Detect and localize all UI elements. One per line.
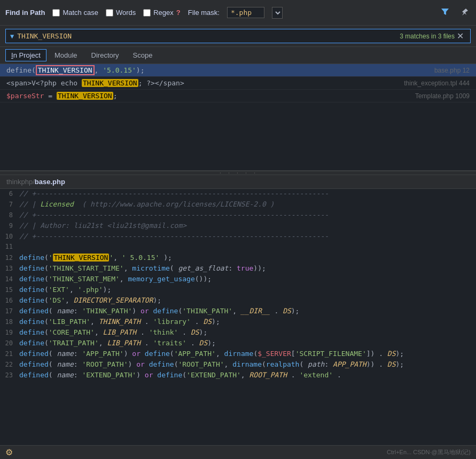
line-content: defined( name: 'EXTEND_PATH') or define(… bbox=[19, 371, 476, 379]
line-number: 18 bbox=[0, 318, 19, 326]
regex-checkbox[interactable]: Regex ? bbox=[143, 9, 181, 17]
line-number: 17 bbox=[0, 307, 19, 315]
highlight-match: THINK_VERSION bbox=[82, 79, 138, 87]
code-line: 22 defined( name: 'ROOT_PATH') or define… bbox=[0, 360, 476, 370]
result-code: $parseStr = THINK_VERSION; bbox=[6, 92, 410, 100]
file-mask-input[interactable] bbox=[227, 7, 264, 18]
status-text: Ctrl+En... CSDN·@黑马地狱(记) bbox=[387, 448, 471, 456]
code-line: 6 // +----------------------------------… bbox=[0, 189, 476, 200]
search-input-wrap: ▼ 3 matches in 3 files ✕ bbox=[5, 29, 471, 43]
results-list: define(THINK_VERSION, '5.0.15'); base.ph… bbox=[0, 64, 476, 171]
match-case-checkbox[interactable]: Match case bbox=[52, 9, 98, 17]
scope-tabs: In Project Module Directory Scope bbox=[0, 47, 476, 64]
words-label: Words bbox=[116, 9, 136, 17]
line-content: define('EXT', '.php'); bbox=[19, 286, 476, 294]
line-content: define('THINK_VERSION', ' 5.0.15' ); bbox=[19, 254, 476, 262]
line-content: define('TRAIT_PATH', LIB_PATH . 'traits'… bbox=[19, 339, 476, 347]
line-number: 11 bbox=[0, 243, 19, 250]
code-body[interactable]: 6 // +----------------------------------… bbox=[0, 189, 476, 445]
line-content: defined( name: 'THINK_PATH') or define('… bbox=[19, 307, 476, 315]
result-row[interactable]: <span>V<?php echo THINK_VERSION; ?></spa… bbox=[0, 77, 476, 90]
code-line: 21 defined( name: 'APP_PATH') or define(… bbox=[0, 349, 476, 360]
tab-module[interactable]: Module bbox=[49, 49, 83, 61]
tab-directory[interactable]: Directory bbox=[85, 49, 125, 61]
result-code: define(THINK_VERSION, '5.0.15'); bbox=[6, 66, 429, 74]
file-path: thinkphp/ bbox=[6, 178, 35, 186]
line-content: define('DS', DIRECTORY_SEPARATOR); bbox=[19, 296, 476, 304]
toolbar-title: Find in Path bbox=[5, 9, 45, 17]
line-content: define('CORE_PATH', LIB_PATH . 'think' .… bbox=[19, 328, 476, 336]
line-content: defined( name: 'ROOT_PATH') or define('R… bbox=[19, 360, 476, 368]
highlight-match: THINK_VERSION bbox=[36, 65, 95, 75]
line-number: 7 bbox=[0, 201, 19, 208]
search-input[interactable] bbox=[17, 32, 394, 40]
code-line: 9 // | Author: liu21st <liu21st@gmail.co… bbox=[0, 221, 476, 232]
pin-icon bbox=[461, 8, 469, 15]
line-content: define('LIB_PATH', THINK_PATH . 'library… bbox=[19, 318, 476, 326]
code-file-header: thinkphp/base.php bbox=[0, 175, 476, 189]
tab-in-project[interactable]: In Project bbox=[5, 49, 46, 61]
line-number: 14 bbox=[0, 275, 19, 283]
match-case-input[interactable] bbox=[52, 9, 60, 17]
line-number: 20 bbox=[0, 339, 19, 347]
result-row[interactable]: $parseStr = THINK_VERSION; Template.php … bbox=[0, 90, 476, 102]
highlight-match: THINK_VERSION bbox=[57, 92, 113, 100]
svg-marker-0 bbox=[441, 9, 449, 15]
tab-scope[interactable]: Scope bbox=[127, 49, 159, 61]
line-content: defined( name: 'APP_PATH') or define('AP… bbox=[19, 350, 476, 358]
file-mask-label: File mask: bbox=[188, 9, 220, 17]
search-bar: ▼ 3 matches in 3 files ✕ bbox=[0, 26, 476, 47]
line-number: 15 bbox=[0, 286, 19, 294]
code-line: 16 define('DS', DIRECTORY_SEPARATOR); bbox=[0, 296, 476, 306]
gear-icon[interactable]: ⚙ bbox=[5, 447, 13, 457]
code-line: 13 define('THINK_START_TIME', microtime(… bbox=[0, 264, 476, 274]
result-row[interactable]: define(THINK_VERSION, '5.0.15'); base.ph… bbox=[0, 64, 476, 77]
line-number: 8 bbox=[0, 211, 19, 219]
filter-button[interactable] bbox=[439, 6, 451, 19]
line-content: define('THINK_START_MEM', memory_get_usa… bbox=[19, 275, 476, 283]
drag-handle[interactable]: · · · · · bbox=[0, 171, 476, 175]
line-number: 13 bbox=[0, 265, 19, 272]
code-panel: thinkphp/base.php 6 // +----------------… bbox=[0, 175, 476, 445]
status-bar: ⚙ Ctrl+En... CSDN·@黑马地狱(记) bbox=[0, 445, 476, 459]
line-content: define('THINK_START_TIME', microtime( ge… bbox=[19, 264, 476, 272]
line-content: // +------------------------------------… bbox=[19, 232, 476, 240]
regex-input[interactable] bbox=[143, 9, 151, 17]
match-count: 3 matches in 3 files bbox=[400, 33, 455, 40]
pin-button[interactable] bbox=[459, 7, 471, 18]
clear-search-button[interactable]: ✕ bbox=[455, 31, 466, 41]
code-line: 14 define('THINK_START_MEM', memory_get_… bbox=[0, 274, 476, 285]
result-file: think_exception.tpl 444 bbox=[404, 80, 470, 87]
file-name: base.php bbox=[35, 178, 65, 186]
filter-icon bbox=[441, 7, 449, 16]
code-line: 10 // +---------------------------------… bbox=[0, 232, 476, 242]
line-content: // +------------------------------------… bbox=[19, 189, 476, 197]
regex-question-icon: ? bbox=[176, 9, 181, 17]
line-number: 23 bbox=[0, 371, 19, 379]
match-case-label: Match case bbox=[63, 9, 98, 17]
line-number: 21 bbox=[0, 350, 19, 358]
line-content: // +------------------------------------… bbox=[19, 211, 476, 219]
code-line: 12 define('THINK_VERSION', ' 5.0.15' ); bbox=[0, 253, 476, 264]
toolbar: Find in Path Match case Words Regex ? Fi… bbox=[0, 0, 476, 26]
result-code: <span>V<?php echo THINK_VERSION; ?></spa… bbox=[6, 79, 399, 87]
words-checkbox[interactable]: Words bbox=[106, 9, 136, 17]
code-line: 7 // | Licensed ( http://www.apache.org/… bbox=[0, 200, 476, 210]
code-line: 20 define('TRAIT_PATH', LIB_PATH . 'trai… bbox=[0, 338, 476, 349]
search-scope-icon: ▼ bbox=[10, 33, 14, 40]
code-line: 8 // +----------------------------------… bbox=[0, 210, 476, 221]
line-number: 9 bbox=[0, 222, 19, 230]
line-content: // | Author: liu21st <liu21st@gmail.com> bbox=[19, 221, 476, 230]
line-number: 19 bbox=[0, 329, 19, 336]
code-line: 15 define('EXT', '.php'); bbox=[0, 285, 476, 296]
result-file: Template.php 1009 bbox=[415, 92, 470, 100]
line-content: // | Licensed ( http://www.apache.org/li… bbox=[19, 200, 476, 208]
code-line: 18 define('LIB_PATH', THINK_PATH . 'libr… bbox=[0, 317, 476, 328]
result-file: base.php 12 bbox=[434, 67, 470, 74]
file-mask-dropdown[interactable]: ▼ bbox=[272, 7, 283, 19]
main-area: ▼ 3 matches in 3 files ✕ In Project Modu… bbox=[0, 26, 476, 459]
code-line: 23 defined( name: 'EXTEND_PATH') or defi… bbox=[0, 370, 476, 381]
words-input[interactable] bbox=[106, 9, 113, 17]
line-number: 12 bbox=[0, 254, 19, 262]
code-line: 17 defined( name: 'THINK_PATH') or defin… bbox=[0, 306, 476, 317]
